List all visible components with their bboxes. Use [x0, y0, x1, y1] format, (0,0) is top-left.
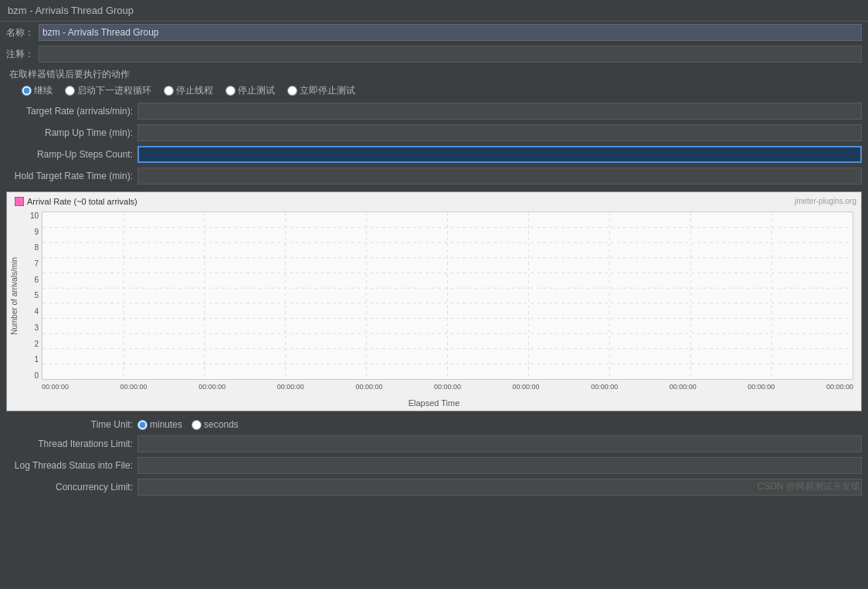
- chart-area: [42, 212, 853, 380]
- ramp-up-time-input[interactable]: [137, 124, 862, 141]
- ramp-up-time-label: Ramp Up Time (min):: [6, 127, 137, 138]
- comment-row: 注释：: [0, 43, 868, 65]
- time-unit-minutes[interactable]: minutes: [137, 419, 182, 430]
- radio-stop-thread-label: 停止线程: [176, 84, 213, 97]
- legend-color-box: [15, 197, 24, 206]
- radio-continue-label: 继续: [34, 84, 53, 97]
- radio-stop-thread[interactable]: 停止线程: [164, 84, 213, 97]
- error-action-section: 在取样器错误后要执行的动作 继续 启动下一进程循环 停止线程 停止测试 立即停止…: [0, 65, 868, 100]
- comment-input[interactable]: [39, 46, 862, 63]
- thread-iterations-label: Thread Iterations Limit:: [6, 438, 137, 449]
- time-unit-seconds[interactable]: seconds: [192, 419, 239, 430]
- time-unit-minutes-label: minutes: [150, 419, 182, 430]
- ramp-up-steps-input[interactable]: [137, 146, 862, 163]
- radio-stop-test-label: 停止测试: [238, 84, 275, 97]
- hold-target-label: Hold Target Rate Time (min):: [6, 171, 137, 181]
- name-input[interactable]: [39, 24, 862, 41]
- radio-stop-now[interactable]: 立即停止测试: [287, 84, 355, 97]
- concurrency-limit-label: Concurrency Limit:: [6, 482, 137, 493]
- hold-target-row: Hold Target Rate Time (min):: [0, 165, 868, 187]
- name-label: 名称：: [6, 26, 39, 39]
- radio-continue[interactable]: 继续: [22, 84, 53, 97]
- ramp-up-steps-row: Ramp-Up Steps Count:: [0, 144, 868, 165]
- hold-target-input[interactable]: [137, 168, 862, 184]
- name-row: 名称：: [0, 22, 868, 43]
- thread-iterations-row: Thread Iterations Limit:: [0, 433, 868, 455]
- chart-x-axis-label: Elapsed Time: [7, 398, 861, 408]
- watermark: CSDN @网易测试开发猿: [757, 480, 860, 493]
- log-threads-input[interactable]: [137, 457, 862, 474]
- target-rate-label: Target Rate (arrivals/min):: [6, 106, 137, 117]
- page-title: bzm - Arrivals Thread Group: [8, 5, 134, 16]
- concurrency-limit-input[interactable]: [137, 479, 862, 496]
- time-unit-label: Time Unit:: [6, 419, 137, 430]
- time-unit-seconds-label: seconds: [204, 419, 239, 430]
- radio-stop-now-label: 立即停止测试: [300, 84, 355, 97]
- comment-label: 注释：: [6, 48, 39, 61]
- target-rate-input[interactable]: [137, 103, 862, 120]
- log-threads-label: Log Threads Status into File:: [6, 460, 137, 471]
- radio-stop-test[interactable]: 停止测试: [225, 84, 275, 97]
- chart-credit: jmeter-plugins.org: [795, 197, 856, 205]
- concurrency-limit-row: Concurrency Limit: CSDN @网易测试开发猿: [0, 476, 868, 498]
- chart-y-axis: 10 9 8 7 6 5 4 3 2 1 0: [7, 212, 42, 380]
- time-unit-row: Time Unit: minutes seconds: [0, 416, 868, 433]
- chart-grid-svg: [42, 212, 853, 379]
- thread-iterations-input[interactable]: [137, 435, 862, 452]
- chart-legend: Arrival Rate (~0 total arrivals): [15, 197, 137, 206]
- radio-next-loop-label: 启动下一进程循环: [77, 84, 151, 97]
- error-action-radio-group: 继续 启动下一进程循环 停止线程 停止测试 立即停止测试: [6, 84, 862, 97]
- title-bar: bzm - Arrivals Thread Group: [0, 0, 868, 22]
- ramp-up-steps-label: Ramp-Up Steps Count:: [6, 149, 137, 160]
- log-threads-row: Log Threads Status into File:: [0, 455, 868, 476]
- radio-next-loop[interactable]: 启动下一进程循环: [65, 84, 151, 97]
- chart-container: Arrival Rate (~0 total arrivals) jmeter-…: [6, 191, 862, 411]
- ramp-up-time-row: Ramp Up Time (min):: [0, 122, 868, 144]
- error-action-title: 在取样器错误后要执行的动作: [6, 68, 862, 81]
- target-rate-row: Target Rate (arrivals/min):: [0, 100, 868, 122]
- chart-legend-label: Arrival Rate (~0 total arrivals): [27, 197, 137, 206]
